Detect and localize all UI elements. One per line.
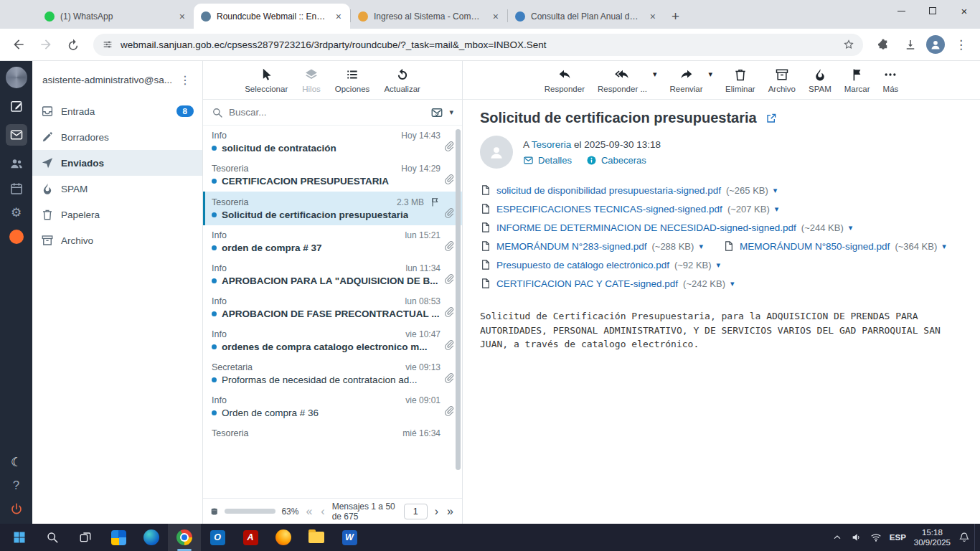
flag-icon[interactable] [430, 197, 440, 207]
page-next-button[interactable]: › [433, 506, 440, 517]
attachment-menu-caret[interactable]: ▾ [730, 279, 735, 288]
message-row[interactable]: Infolun 08:53 APROBACION DE FASE PRECONT… [203, 291, 462, 324]
taskbar-clock[interactable]: 15:18 30/9/2025 [914, 527, 951, 548]
archive-button[interactable]: Archivo [768, 61, 796, 99]
chrome-button[interactable] [168, 524, 201, 551]
reply-all-button[interactable]: Responder ... [598, 61, 647, 99]
show-desktop-strip[interactable] [974, 524, 977, 551]
downloads-button[interactable] [899, 33, 922, 56]
close-window-button[interactable]: × [948, 0, 980, 22]
message-row[interactable]: TesoreriaHoy 14:29 CERTIFICACION PRESUPU… [203, 159, 462, 192]
attachment-name[interactable]: INFORME DE DETERMINACION DE NECESIDAD-si… [496, 222, 796, 233]
message-row[interactable]: Secretariavie 09:13 Proformas de necesid… [203, 357, 462, 390]
taskbar-search-button[interactable] [36, 524, 69, 551]
file-explorer-button[interactable] [300, 524, 333, 551]
attachment-name[interactable]: ESPECIFICACIONES TECNICAS-signed-signed.… [496, 204, 722, 215]
new-tab-button[interactable]: + [664, 7, 687, 29]
forward-button[interactable] [34, 33, 57, 56]
attachment-name[interactable]: MEMORÁNDUM N°283-signed.pdf [496, 241, 646, 252]
mail-nav-button[interactable] [6, 124, 27, 146]
start-button[interactable] [3, 524, 36, 551]
attachment-menu-caret[interactable]: ▾ [849, 223, 853, 232]
profile-avatar[interactable] [926, 35, 945, 54]
spam-button[interactable]: SPAM [809, 61, 831, 99]
tab-compras[interactable]: Ingreso al Sistema - Compras P × [351, 4, 507, 29]
message-row[interactable]: Infolun 11:34 APROBACION PARA LA "ADQUIS… [203, 258, 462, 291]
contacts-nav-button[interactable] [9, 156, 24, 171]
search-scope-button[interactable] [430, 106, 443, 119]
attachment-name[interactable]: CERTIFICACION PAC Y CATE-signed.pdf [496, 278, 678, 289]
attachment-name[interactable]: MEMORÁNDUM N°850-signed.pdf [740, 241, 890, 252]
calendar-nav-button[interactable] [9, 182, 24, 196]
firefox-button[interactable] [267, 524, 300, 551]
message-row[interactable]: Infovie 10:47 ordenes de compra catalogo… [203, 324, 462, 357]
account-menu-icon[interactable]: ⋮ [174, 72, 197, 88]
tab-close-icon[interactable]: × [333, 10, 344, 23]
outlook-button[interactable]: O [201, 524, 234, 551]
notifications-icon[interactable] [958, 532, 970, 543]
tab-close-icon[interactable]: × [176, 10, 188, 23]
help-button[interactable]: ? [13, 479, 19, 491]
delete-button[interactable]: Eliminar [725, 61, 755, 99]
message-row[interactable]: Infovie 09:01 Orden de compra # 36 [203, 390, 462, 423]
options-button[interactable]: Opciones [335, 61, 370, 99]
compose-button[interactable] [9, 99, 24, 113]
address-bar[interactable]: webmail.sanjuan.gob.ec/cpsess2879723216/… [93, 34, 863, 56]
page-prev-button[interactable]: ‹ [319, 506, 326, 517]
folder-item-archivo[interactable]: Archivo [32, 227, 202, 253]
mark-button[interactable]: Marcar [844, 61, 870, 99]
tray-expand-icon[interactable] [831, 532, 843, 543]
minimize-button[interactable] [885, 0, 917, 22]
message-row[interactable]: Infolun 15:21 orden de compra # 37 [203, 225, 462, 258]
page-first-button[interactable]: « [304, 506, 314, 517]
reply-all-menu-caret[interactable]: ▾ [653, 61, 657, 99]
select-button[interactable]: Seleccionar [245, 61, 288, 99]
word-button[interactable]: W [333, 524, 366, 551]
attachment-menu-caret[interactable]: ▾ [775, 204, 779, 214]
forward-menu-caret[interactable]: ▾ [709, 61, 713, 99]
tab-plan-anual[interactable]: Consulta del Plan Anual de Con × [508, 4, 664, 29]
details-button[interactable]: Detalles [523, 155, 572, 166]
tab-close-icon[interactable]: × [647, 10, 659, 23]
message-row[interactable]: InfoHoy 14:43 solicitud de contratación [203, 126, 462, 159]
message-row[interactable]: Tesoreriamié 16:34 [203, 423, 462, 443]
back-button[interactable] [7, 33, 30, 56]
language-indicator[interactable]: ESP [890, 533, 906, 542]
tab-close-icon[interactable]: × [490, 10, 501, 23]
attachment-name[interactable]: solicitud de disponibilidad presupuestar… [496, 185, 721, 196]
attachment-name[interactable]: Presupuesto de catálogo electrónico.pdf [496, 260, 669, 270]
widgets-button[interactable] [102, 524, 135, 551]
bookmark-star-icon[interactable] [843, 39, 854, 50]
attachment-menu-caret[interactable]: ▾ [773, 186, 778, 195]
search-input[interactable] [229, 107, 425, 118]
folder-item-enviados[interactable]: Enviados [32, 150, 202, 176]
folder-item-borradores[interactable]: Borradores [32, 124, 202, 150]
attachment-menu-caret[interactable]: ▾ [717, 260, 721, 270]
extensions-button[interactable] [872, 33, 895, 56]
cpanel-icon[interactable] [9, 230, 24, 244]
tab-roundcube[interactable]: Roundcube Webmail :: Enviado × [194, 4, 350, 29]
reload-button[interactable] [62, 33, 85, 56]
logout-button[interactable] [9, 502, 24, 517]
page-last-button[interactable]: » [446, 506, 455, 517]
message-row-selected[interactable]: Tesoreria 2.3 MB Solicitud de certificac… [203, 192, 462, 225]
open-in-new-window-icon[interactable] [765, 113, 777, 124]
headers-button[interactable]: Cabeceras [586, 155, 646, 166]
volume-icon[interactable] [851, 532, 862, 543]
folder-item-papelera[interactable]: Papelera [32, 202, 202, 227]
search-options-caret-icon[interactable]: ▾ [449, 108, 453, 116]
attachment-menu-caret[interactable]: ▾ [699, 242, 703, 251]
settings-nav-button[interactable]: ⚙ [11, 207, 22, 219]
folder-item-entrada[interactable]: Entrada 8 [32, 98, 202, 124]
threads-button[interactable]: Hilos [302, 61, 321, 99]
edge-button[interactable] [135, 524, 168, 551]
reply-button[interactable]: Responder [545, 61, 585, 99]
refresh-button[interactable]: Actualizar [384, 61, 420, 99]
tab-whatsapp[interactable]: (1) WhatsApp × [37, 4, 194, 29]
task-view-button[interactable] [69, 524, 102, 551]
network-icon[interactable] [870, 532, 882, 543]
page-input[interactable] [404, 504, 428, 519]
attachment-menu-caret[interactable]: ▾ [942, 242, 946, 251]
site-info-icon[interactable] [102, 39, 113, 50]
acrobat-button[interactable]: A [234, 524, 267, 551]
